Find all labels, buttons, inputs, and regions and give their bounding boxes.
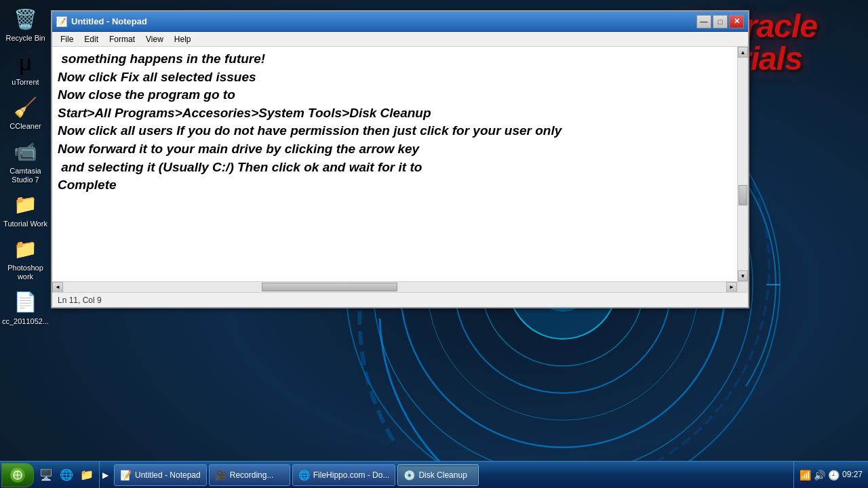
- scrollbar-up-button[interactable]: ▲: [738, 47, 748, 58]
- tray-network-icon[interactable]: 📶: [800, 470, 811, 481]
- utorrent-icon: μ: [12, 49, 39, 77]
- filehippo-task-label: FileHippo.com - Do...: [313, 470, 390, 480]
- photoshop-work-icon: 📁: [12, 235, 39, 262]
- desktop-icon-camtasia[interactable]: 📹 Camtasia Studio 7: [1, 136, 50, 186]
- window-controls: — □ ✕: [696, 15, 744, 28]
- tutorial-work-label: Tutorial Work: [3, 220, 47, 228]
- menu-help[interactable]: Help: [169, 33, 197, 45]
- notepad-titlebar: 📝 Untitled - Notepad — □ ✕: [52, 12, 748, 32]
- start-button[interactable]: [1, 463, 34, 487]
- tray-clock-icon[interactable]: 🕘: [828, 470, 840, 481]
- taskbar-quick-launch: 🖥️ 🌐 📁: [34, 462, 100, 488]
- diskcleanup-task-icon: 💿: [403, 470, 415, 481]
- recording-task-icon: 🎥: [215, 470, 226, 481]
- maximize-button[interactable]: □: [713, 15, 728, 28]
- ccleaner-label: CCleaner: [9, 122, 41, 131]
- scrollbar-thumb[interactable]: [738, 185, 747, 205]
- desktop-icon-photoshop-work[interactable]: 📁 Photoshop work: [1, 233, 50, 283]
- taskbar-task-filehippo[interactable]: 🌐 FileHippo.com - Do...: [292, 464, 396, 486]
- recycle-bin-label: Recycle Bin: [5, 34, 45, 43]
- ccleaner-icon: 🧹: [12, 94, 39, 121]
- scrollbar-track[interactable]: [738, 58, 748, 270]
- h-scroll-thumb[interactable]: [262, 283, 397, 291]
- start-orb-icon: [10, 468, 25, 483]
- tutorial-work-icon: 📁: [12, 191, 39, 218]
- notepad-status-bar: Ln 11, Col 9: [52, 292, 748, 307]
- photoshop-work-label: Photoshop work: [3, 264, 48, 281]
- tray-volume-icon[interactable]: 🔊: [814, 470, 825, 481]
- tray-time-display: 09:27: [842, 470, 863, 481]
- notepad-window-title: Untitled - Notepad: [71, 16, 147, 26]
- taskbar-expand-arrow[interactable]: ▶: [100, 468, 111, 483]
- h-scroll-corner: [737, 282, 748, 293]
- desktop-icon-ccleaner[interactable]: 🧹 CCleaner: [1, 92, 50, 133]
- cc-file-icon: 📄: [12, 289, 39, 316]
- system-tray: 📶 🔊 🕘 09:27: [793, 462, 868, 488]
- notepad-cursor-position: Ln 11, Col 9: [58, 296, 102, 305]
- recycle-bin-icon: 🗑️: [12, 5, 39, 33]
- camtasia-icon: 📹: [12, 138, 39, 165]
- taskbar-browser-quick[interactable]: 🌐: [57, 466, 76, 485]
- notepad-window: 📝 Untitled - Notepad — □ ✕ File Edit For…: [51, 10, 749, 308]
- camtasia-label: Camtasia Studio 7: [3, 167, 48, 184]
- utorrent-label: uTorrent: [12, 78, 39, 87]
- horizontal-scrollbar[interactable]: ◄ ►: [52, 281, 748, 292]
- h-scroll-right-button[interactable]: ►: [726, 282, 737, 293]
- h-scroll-left-button[interactable]: ◄: [52, 282, 63, 293]
- taskbar-task-diskcleanup[interactable]: 💿 Disk Cleanup: [397, 464, 479, 486]
- minimize-button[interactable]: —: [696, 15, 711, 28]
- h-scroll-track[interactable]: [63, 282, 726, 292]
- desktop-icon-cc-file[interactable]: 📄 cc_2011052...: [1, 287, 50, 328]
- close-button[interactable]: ✕: [729, 15, 744, 28]
- notepad-vertical-scrollbar[interactable]: ▲ ▼: [737, 47, 748, 281]
- recording-task-label: Recording...: [230, 470, 274, 480]
- taskbar-folder-quick[interactable]: 📁: [77, 466, 96, 485]
- taskbar-task-notepad[interactable]: 📝 Untitled - Notepad: [114, 464, 207, 486]
- notepad-task-icon: 📝: [120, 470, 132, 481]
- menu-format[interactable]: Format: [104, 33, 140, 45]
- notepad-menubar: File Edit Format View Help: [52, 32, 748, 47]
- desktop-icon-utorrent[interactable]: μ uTorrent: [1, 47, 50, 89]
- desktop-icon-tutorial-work[interactable]: 📁 Tutorial Work: [1, 189, 50, 230]
- scrollbar-down-button[interactable]: ▼: [738, 270, 748, 281]
- notepad-content-area: something happens in the future! Now cli…: [52, 47, 748, 281]
- menu-view[interactable]: View: [140, 33, 169, 45]
- desktop-icon-recycle-bin[interactable]: 🗑️ Recycle Bin: [1, 3, 50, 45]
- notepad-task-label: Untitled - Notepad: [135, 470, 201, 480]
- titlebar-left: 📝 Untitled - Notepad: [56, 16, 147, 27]
- menu-edit[interactable]: Edit: [79, 33, 104, 45]
- menu-file[interactable]: File: [55, 33, 79, 45]
- desktop: 🗑️ Recycle Bin μ uTorrent 🧹 CCleaner 📹 C…: [0, 0, 868, 488]
- notepad-titlebar-icon: 📝: [56, 16, 67, 27]
- diskcleanup-task-label: Disk Cleanup: [418, 470, 467, 480]
- taskbar-show-desktop[interactable]: 🖥️: [37, 466, 56, 485]
- notepad-text-area[interactable]: something happens in the future! Now cli…: [52, 47, 737, 281]
- cc-file-label: cc_2011052...: [2, 317, 49, 326]
- taskbar-task-recording[interactable]: 🎥 Recording...: [209, 464, 290, 486]
- taskbar-tasks: 📝 Untitled - Notepad 🎥 Recording... 🌐 Fi…: [111, 462, 793, 488]
- desktop-icon-list: 🗑️ Recycle Bin μ uTorrent 🧹 CCleaner 📹 C…: [0, 0, 51, 331]
- taskbar: 🖥️ 🌐 📁 ▶ 📝 Untitled - Notepad 🎥 Recordin…: [0, 461, 868, 488]
- filehippo-task-icon: 🌐: [298, 470, 310, 481]
